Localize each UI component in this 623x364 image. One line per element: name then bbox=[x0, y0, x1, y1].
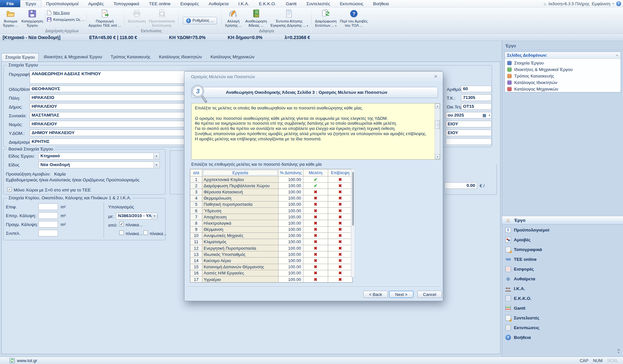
table-scrollbar[interactable] bbox=[351, 169, 355, 277]
table-row-name[interactable]: Θέρμανση bbox=[202, 227, 278, 232]
sidebar-item-εισφορ-ς[interactable]: Εισφορές bbox=[502, 265, 623, 273]
back-button[interactable]: < Back bbox=[363, 291, 388, 298]
chevron-down-icon[interactable]: ▾ bbox=[153, 162, 159, 168]
supervision-cell[interactable]: ✖ bbox=[328, 264, 352, 270]
next-button[interactable]: Next > bbox=[389, 291, 413, 298]
supervision-cell[interactable]: ✖ bbox=[328, 176, 352, 182]
table-row-name[interactable]: Ηλεκτρολογικά bbox=[202, 220, 278, 226]
table-row-name[interactable]: Θερμομόνωση bbox=[202, 195, 278, 201]
table1-checkbox[interactable]: ✓ bbox=[119, 222, 124, 226]
supervision-cell[interactable]: ✖ bbox=[328, 195, 352, 201]
table-row-pct[interactable]: 100.00 bbox=[279, 239, 303, 245]
study-cell[interactable]: ✖ bbox=[303, 245, 328, 251]
table-row-pct[interactable]: 100.00 bbox=[279, 176, 303, 182]
form-field-input[interactable]: ΕΙΟΥ bbox=[446, 130, 492, 136]
xml-spaces-checkbox[interactable]: ✓ bbox=[7, 187, 12, 192]
table-row-pct[interactable]: 100.00 bbox=[279, 202, 303, 207]
table-row-pct[interactable]: 100.00 bbox=[279, 251, 303, 257]
data-pages-header[interactable]: Σελίδες Δεδομένων: ▲ bbox=[505, 52, 621, 59]
table-row-name[interactable]: Παθητική πυροπροστασία bbox=[202, 202, 278, 207]
study-cell[interactable]: ✖ bbox=[303, 239, 328, 245]
change-use-button[interactable]: ΑλλαγήΧρήσης ... bbox=[223, 8, 243, 28]
form-field-input[interactable]: OT15 bbox=[461, 103, 492, 110]
study-cell[interactable]: ✖ bbox=[303, 251, 328, 257]
study-cell[interactable]: ✖ bbox=[303, 220, 328, 226]
collapse-icon[interactable]: ▲ bbox=[616, 54, 618, 57]
display-menu[interactable]: Εμφάνιση bbox=[592, 1, 610, 6]
supervision-cell[interactable]: ✖ bbox=[328, 214, 352, 220]
study-cell[interactable]: ✖ bbox=[303, 233, 328, 239]
menu-tab[interactable]: Συντελεστές bbox=[301, 0, 335, 7]
form-field-input[interactable]: 60 bbox=[461, 86, 492, 92]
sidebar-item-τεε-online[interactable]: ΤΕΕ online bbox=[502, 255, 623, 264]
table-row-name[interactable]: Ιδιωτικός Υποσταθμός bbox=[202, 251, 278, 257]
study-cell[interactable]: ✖ bbox=[303, 264, 328, 270]
study-cell[interactable]: ✖ bbox=[303, 189, 328, 195]
table3-checkbox[interactable] bbox=[143, 231, 148, 235]
kind-select[interactable]: Νέα Οικοδομή ▾ bbox=[38, 161, 160, 168]
menu-tab[interactable]: Έργο bbox=[20, 0, 41, 7]
study-cell[interactable]: ✖ bbox=[303, 227, 328, 232]
menu-tab[interactable]: Προϋπολογισμοί bbox=[41, 0, 83, 7]
sidebar-item--ργο[interactable]: Έργο bbox=[502, 216, 623, 225]
form-field-input[interactable] bbox=[446, 138, 492, 145]
study-cell[interactable]: ✔ bbox=[303, 183, 328, 189]
actual-coverage-input[interactable] bbox=[38, 221, 58, 228]
table-header-cell[interactable]: Εργασία bbox=[202, 169, 278, 176]
regulation-select[interactable]: N3863/2010 - ΥΑ Φ: ▾ bbox=[116, 213, 158, 219]
supervision-cell[interactable]: ✖ bbox=[328, 258, 352, 263]
calendar-icon[interactable]: ▦ bbox=[483, 113, 486, 118]
data-page-item[interactable]: Ιδιοκτήτες & Μηχανικοί Έργου bbox=[506, 66, 573, 73]
sidebar-item-αμοιβ-ς[interactable]: Αμοιβές bbox=[502, 235, 623, 244]
page-tab[interactable]: Ιδιοκτήτες & Μηχανικοί Έργου bbox=[40, 53, 106, 62]
table-row-name[interactable]: Λοιπές Η/Μ Εργασίες bbox=[202, 270, 278, 276]
supervision-cell[interactable]: ✖ bbox=[328, 245, 352, 251]
study-cell[interactable]: ✖ bbox=[303, 195, 328, 201]
new-project-button[interactable]: Νέο Έργο bbox=[47, 10, 84, 15]
study-cell[interactable]: ✖ bbox=[303, 202, 328, 207]
table-row-name[interactable]: Κλιματισμός bbox=[202, 239, 278, 245]
open-project-button[interactable]: ΆνοιγμαΈργου ... bbox=[1, 8, 20, 28]
sidebar-item-ε-κ-κ-ο-[interactable]: Ε.Κ.Κ.Ο. bbox=[502, 294, 623, 303]
close-icon[interactable]: ✕ bbox=[434, 74, 438, 79]
table2-checkbox[interactable] bbox=[119, 231, 124, 235]
table-row-name[interactable]: Ύδρευση bbox=[202, 208, 278, 214]
table-row-name[interactable]: Υγραέριο bbox=[202, 276, 278, 282]
data-page-item[interactable]: Τρόπος Κατασκευής bbox=[506, 73, 554, 79]
table-header-cell[interactable]: Επίβλεψη bbox=[328, 169, 352, 176]
home-icon[interactable]: ⌂ bbox=[543, 1, 546, 6]
table-row-name[interactable]: Καύσιμο Αέριο bbox=[202, 258, 278, 263]
about-button[interactable]: ? Περί του Αμοιβέςτου ΤΟΛ ... bbox=[338, 8, 369, 28]
table-row-name[interactable]: Φέρουσα Κατασκευή bbox=[202, 189, 278, 195]
amount-input[interactable]: 0.00 bbox=[444, 182, 477, 189]
settings-button[interactable]: i Ρυθμίσεις ... bbox=[183, 17, 217, 24]
menu-tab[interactable]: Ι.Κ.Α. bbox=[234, 0, 254, 7]
page-tab[interactable]: Κατάλογος Ιδιοκτητών bbox=[155, 53, 206, 62]
chevron-down-icon[interactable]: ▾ bbox=[489, 114, 490, 117]
table-row-name[interactable]: Ανυψωτικές Μηχανές bbox=[202, 233, 278, 239]
chevron-down-icon[interactable]: ▾ bbox=[613, 2, 614, 5]
overflow-button[interactable]: »▾ bbox=[617, 348, 620, 354]
menu-tab[interactable]: Εκτυπώσεις bbox=[335, 0, 368, 7]
date-field[interactable]: ου 2025▦▾ bbox=[446, 112, 492, 119]
study-cell[interactable]: ✔ bbox=[303, 176, 328, 182]
study-cell[interactable]: ✖ bbox=[303, 270, 328, 276]
table-row-pct[interactable]: 100.00 bbox=[279, 227, 303, 232]
sidebar-item-τοπογραφικ-[interactable]: Τοπογραφικά bbox=[502, 245, 623, 254]
status-url[interactable]: www.tol.gr bbox=[17, 358, 37, 363]
menu-tab[interactable]: Gantt bbox=[281, 0, 301, 7]
table-row-pct[interactable]: 100.00 bbox=[279, 214, 303, 220]
table-row-pct[interactable]: 100.00 bbox=[279, 270, 303, 276]
table-row-pct[interactable]: 100.00 bbox=[279, 183, 303, 189]
cancel-button[interactable]: Cancel bbox=[417, 291, 442, 298]
save-project-button[interactable]: ΚαταχώρησηΈργου bbox=[20, 8, 45, 28]
menu-tab[interactable]: Εισφορές bbox=[175, 0, 204, 7]
project-kind-select[interactable]: Κτηριακό ▾ bbox=[38, 153, 160, 160]
study-cell[interactable]: ✖ bbox=[303, 208, 328, 214]
study-cell[interactable]: ✖ bbox=[303, 258, 328, 263]
table-row-pct[interactable]: 100.00 bbox=[279, 208, 303, 214]
chevron-down-icon[interactable]: ▾ bbox=[152, 213, 157, 219]
application-forms-button[interactable]: Έντυπα ΑίτησηςΈγκρισης Δόμησης ...▾ bbox=[268, 8, 310, 29]
supervision-cell[interactable]: ✖ bbox=[328, 189, 352, 195]
table-row-name[interactable]: Αρχιτεκτονικά Κτιρίου bbox=[202, 176, 278, 182]
